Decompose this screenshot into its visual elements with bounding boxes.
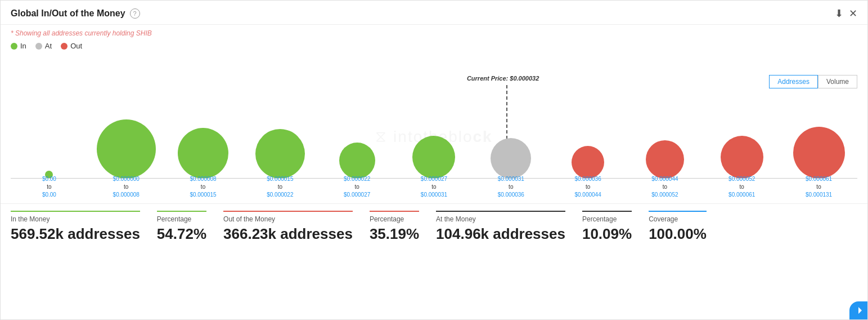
label-8: $0.000036 to $0.000044 — [550, 175, 627, 199]
label-3: $0.000008 to $0.000015 — [165, 175, 242, 199]
close-button[interactable]: ✕ — [849, 7, 857, 20]
legend-at: At — [35, 42, 52, 50]
stat-out-the-money: Out of the Money 366.23k addresses — [223, 211, 370, 243]
out-money-value: 366.23k addresses — [223, 225, 353, 243]
header-right: ⬇ ✕ — [835, 7, 857, 20]
in-money-value: 569.52k addresses — [11, 225, 140, 243]
chart-area: Addresses Volume ⧖ intotheblock Current … — [1, 75, 867, 199]
bubble-10 — [721, 136, 763, 179]
stat-at-percentage: Percentage 10.09% — [582, 211, 649, 243]
bubble-4 — [255, 129, 305, 179]
stat-coverage: Coverage 100.00% — [649, 211, 723, 243]
stat-in-the-money: In the Money 569.52k addresses — [11, 211, 157, 243]
legend: In At Out — [1, 39, 867, 55]
at-money-label: At the Money — [436, 215, 565, 223]
bubble-col-8 — [550, 77, 627, 179]
in-dot — [11, 43, 17, 50]
header: Global In/Out of the Money ? ⬇ ✕ — [1, 1, 867, 25]
coverage-divider — [649, 211, 707, 212]
stat-at-the-money: At the Money 104.96k addresses — [436, 211, 582, 243]
label-7: $0.000031 to $0.000036 — [473, 175, 550, 199]
labels-row: $0.00 to $0.00 $0.000000 to $0.000008 $0… — [11, 175, 857, 199]
out-dot — [61, 43, 68, 50]
bubble-2 — [97, 119, 156, 179]
in-label: In — [20, 42, 26, 50]
label-11: $0.000061 to $0.000131 — [780, 175, 857, 199]
bubble-col-7 — [473, 77, 550, 179]
label-5: $0.000022 to $0.000027 — [318, 175, 395, 199]
legend-out: Out — [61, 42, 82, 50]
coverage-value: 100.00% — [649, 225, 707, 243]
bubble-col-6 — [395, 77, 473, 179]
label-1: $0.00 to $0.00 — [11, 175, 88, 199]
label-2: $0.000000 to $0.000008 — [88, 175, 165, 199]
out-pct-label: Percentage — [370, 215, 419, 223]
bubble-col-10 — [703, 77, 780, 179]
subtitle: * Showing all addresses currently holdin… — [1, 25, 867, 39]
download-button[interactable]: ⬇ — [835, 7, 843, 20]
bubble-col-4 — [241, 77, 318, 179]
label-9: $0.000044 to $0.000052 — [627, 175, 704, 199]
stats-row: In the Money 569.52k addresses Percentag… — [1, 203, 867, 248]
in-money-divider — [11, 211, 140, 212]
legend-in: In — [11, 42, 26, 50]
help-icon[interactable]: ? — [130, 8, 140, 19]
bubble-col-3 — [165, 77, 242, 179]
out-pct-divider — [370, 211, 419, 212]
in-money-label: In the Money — [11, 215, 140, 223]
stat-in-percentage: Percentage 54.72% — [157, 211, 223, 243]
at-money-value: 104.96k addresses — [436, 225, 565, 243]
page-title: Global In/Out of the Money — [11, 8, 125, 19]
chart-wrapper: ⧖ intotheblock Current Price: $0.000032 — [11, 75, 857, 199]
label-4: $0.000015 to $0.000022 — [241, 175, 318, 199]
at-money-divider — [436, 211, 565, 212]
bubble-col-9 — [627, 77, 704, 179]
bubble-col-11 — [780, 77, 857, 179]
widget-container: Global In/Out of the Money ? ⬇ ✕ * Showi… — [0, 0, 868, 320]
at-pct-value: 10.09% — [582, 225, 632, 243]
bubble-col-2 — [88, 77, 165, 179]
at-dot — [35, 43, 42, 50]
at-pct-label: Percentage — [582, 215, 632, 223]
out-money-divider — [223, 211, 353, 212]
coverage-label: Coverage — [649, 215, 707, 223]
bubble-col-1 — [11, 77, 88, 179]
bubble-col-5 — [318, 77, 395, 179]
header-left: Global In/Out of the Money ? — [11, 8, 140, 19]
in-pct-value: 54.72% — [157, 225, 206, 243]
at-pct-divider — [582, 211, 632, 212]
label-6: $0.000027 to $0.000031 — [395, 175, 473, 199]
label-10: $0.000052 to $0.000061 — [703, 175, 780, 199]
at-label: At — [45, 42, 52, 50]
bubble-6 — [412, 136, 455, 179]
bubble-9 — [646, 140, 684, 179]
bubble-7 — [491, 138, 531, 179]
bubble-5 — [339, 143, 375, 179]
bubble-8 — [572, 146, 604, 179]
out-money-label: Out of the Money — [223, 215, 353, 223]
bubbles-row — [11, 77, 857, 179]
bubble-11 — [793, 127, 845, 179]
in-pct-divider — [157, 211, 206, 212]
stat-out-percentage: Percentage 35.19% — [370, 211, 436, 243]
bubble-3 — [178, 128, 228, 179]
out-label: Out — [70, 42, 82, 50]
corner-button[interactable] — [849, 301, 867, 319]
out-pct-value: 35.19% — [370, 225, 419, 243]
in-pct-label: Percentage — [157, 215, 206, 223]
